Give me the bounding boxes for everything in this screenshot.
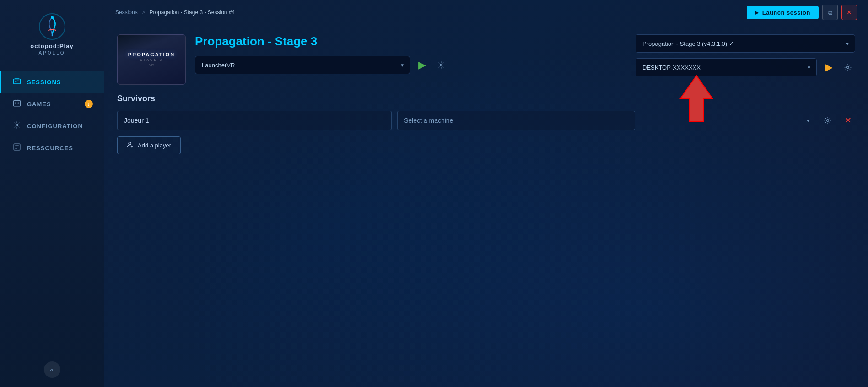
breadcrumb-sep: > <box>142 9 146 16</box>
add-player-label: Add a player <box>138 142 171 149</box>
survivors-section: Survivors Select a machine ✕ <box>117 94 855 154</box>
sidebar-item-ressources[interactable]: RESSOURCES <box>0 137 104 159</box>
games-badge: ↓ <box>85 100 93 108</box>
svg-rect-4 <box>14 101 21 106</box>
thumbnail-title: PROPAGATION <box>128 52 175 57</box>
svg-point-11 <box>827 120 829 122</box>
player-settings-icon <box>824 116 832 125</box>
sidebar-collapse-button[interactable]: « <box>44 361 60 378</box>
session-header-left: PROPAGATION STAGE 3 VR Propagation - Sta… <box>117 34 623 85</box>
sidebar-item-sessions[interactable]: SESSIONS <box>0 71 104 93</box>
machine-settings-button[interactable] <box>841 60 855 75</box>
thumbnail-vr-badge: VR <box>128 63 175 67</box>
copy-button[interactable]: ⧉ <box>822 5 838 20</box>
launch-play-icon: ▶ <box>755 10 759 15</box>
sidebar-item-configuration-label: CONFIGURATION <box>27 123 83 130</box>
delete-icon: ✕ <box>846 9 852 16</box>
player-machine-select-wrapper: Select a machine <box>397 111 815 130</box>
delete-session-button[interactable]: ✕ <box>841 5 857 20</box>
session-header-right: Propagation - Stage 3 (v4.3.1.0) ✓ DESKT… <box>636 34 855 76</box>
player-row: Select a machine ✕ <box>117 111 855 130</box>
main-content: Sessions > Propagation - Stage 3 - Sessi… <box>104 0 868 387</box>
sidebar-item-configuration[interactable]: CONFIGURATION <box>0 115 104 137</box>
svg-point-1 <box>51 16 54 19</box>
version-select[interactable]: Propagation - Stage 3 (v4.3.1.0) ✓ <box>636 34 855 53</box>
app-sub: APOLLO <box>38 50 65 55</box>
breadcrumb-current: Propagation - Stage 3 - Session #4 <box>149 9 235 16</box>
svg-rect-6 <box>18 103 19 104</box>
add-player-icon <box>127 141 134 150</box>
copy-icon: ⧉ <box>828 9 832 16</box>
survivors-title: Survivors <box>117 94 855 104</box>
sidebar-item-ressources-label: RESSOURCES <box>27 145 73 152</box>
games-icon <box>12 99 22 109</box>
session-header: PROPAGATION STAGE 3 VR Propagation - Sta… <box>117 34 855 85</box>
launcher-select[interactable]: LauncherVR <box>195 56 410 74</box>
configuration-icon <box>12 121 22 131</box>
add-player-button[interactable]: Add a player <box>117 136 181 154</box>
launcher-select-wrapper: LauncherVR <box>195 56 410 74</box>
logo-icon <box>38 13 66 40</box>
launcher-settings-button[interactable] <box>434 58 448 72</box>
session-content: PROPAGATION STAGE 3 VR Propagation - Sta… <box>104 25 868 387</box>
game-thumbnail: PROPAGATION STAGE 3 VR <box>117 34 186 85</box>
svg-rect-5 <box>15 103 16 104</box>
svg-point-12 <box>129 142 131 145</box>
session-info: Propagation - Stage 3 LauncherVR ▶ <box>195 34 623 74</box>
player-remove-button[interactable]: ✕ <box>841 113 855 128</box>
machine-select-wrapper: DESKTOP-XXXXXXX <box>636 58 817 76</box>
machine-row: DESKTOP-XXXXXXX ▶ <box>636 58 855 76</box>
sidebar-item-games[interactable]: GAMES ↓ <box>0 93 104 115</box>
app-name: octopod:Play <box>30 42 73 50</box>
svg-rect-2 <box>14 79 21 84</box>
launch-session-label: Launch session <box>762 9 810 16</box>
topbar: Sessions > Propagation - Stage 3 - Sessi… <box>104 0 868 25</box>
session-title: Propagation - Stage 3 <box>195 34 623 49</box>
launch-session-button[interactable]: ▶ Launch session <box>747 6 819 19</box>
launcher-row: LauncherVR ▶ <box>195 56 623 74</box>
thumbnail-bg: PROPAGATION STAGE 3 VR <box>118 35 185 84</box>
player-name-input[interactable] <box>117 111 392 130</box>
svg-point-10 <box>847 66 849 69</box>
sessions-icon <box>12 77 22 87</box>
svg-point-9 <box>440 64 442 66</box>
version-select-wrapper: Propagation - Stage 3 (v4.3.1.0) ✓ <box>636 34 855 53</box>
machine-play-button[interactable]: ▶ <box>821 60 836 75</box>
thumbnail-stage: STAGE 3 <box>128 58 175 61</box>
topbar-actions: ▶ Launch session ⧉ ✕ <box>747 5 857 20</box>
sidebar-item-sessions-label: SESSIONS <box>27 79 61 86</box>
player-settings-button[interactable] <box>820 113 835 128</box>
logo-area: octopod:Play APOLLO <box>0 0 104 66</box>
launcher-play-button[interactable]: ▶ <box>415 58 429 72</box>
sidebar: octopod:Play APOLLO SESSIONS <box>0 0 104 387</box>
svg-point-7 <box>16 124 18 126</box>
breadcrumb: Sessions > Propagation - Stage 3 - Sessi… <box>115 9 235 16</box>
nav-items: SESSIONS GAMES ↓ CONFIGURATION <box>0 71 104 159</box>
settings-icon <box>437 61 445 69</box>
breadcrumb-link[interactable]: Sessions <box>115 9 138 16</box>
svg-point-3 <box>15 81 16 82</box>
sidebar-item-games-label: GAMES <box>27 101 51 108</box>
ressources-icon <box>12 143 22 153</box>
machine-select[interactable]: DESKTOP-XXXXXXX <box>636 58 817 76</box>
player-machine-select[interactable]: Select a machine <box>397 111 635 130</box>
machine-settings-icon <box>844 63 852 71</box>
